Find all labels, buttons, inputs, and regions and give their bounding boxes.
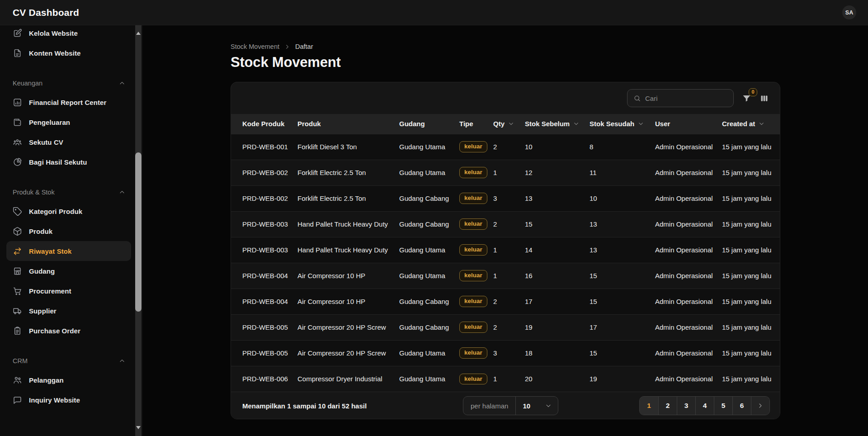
table-row[interactable]: PRD-WEB-002Forklift Electric 2.5 TonGuda… bbox=[231, 160, 780, 185]
sidebar-item-label: Kelola Website bbox=[29, 29, 78, 37]
sidebar-item-label: Riwayat Stok bbox=[29, 247, 72, 255]
chevron-up-icon bbox=[118, 357, 126, 365]
per-page-select[interactable]: per halaman 10 bbox=[463, 396, 558, 415]
sidebar-item-kelola-website[interactable]: Kelola Website bbox=[6, 25, 131, 43]
sidebar-item-label: Supplier bbox=[29, 307, 57, 315]
sidebar-item-label: Procurement bbox=[29, 287, 71, 295]
column-label: Kode Produk bbox=[242, 120, 284, 128]
page-button-4[interactable]: 4 bbox=[695, 397, 714, 415]
sidebar: Kelola WebsiteKonten WebsiteKeuanganFina… bbox=[0, 25, 143, 436]
sidebar-item-riwayat-stok[interactable]: Riwayat Stok bbox=[6, 241, 131, 261]
cell-stok-sesudah: 10 bbox=[590, 185, 655, 211]
breadcrumb-parent[interactable]: Stock Movement bbox=[231, 43, 279, 50]
cell-created-at: 15 jam yang lalu bbox=[722, 289, 780, 314]
table-row[interactable]: PRD-WEB-006Compressor Dryer IndustrialGu… bbox=[231, 366, 780, 392]
page-title: Stock Movement bbox=[231, 54, 780, 71]
cell-created-at: 15 jam yang lalu bbox=[722, 237, 780, 263]
pagination: 123456 bbox=[639, 396, 770, 415]
sidebar-item-label: Pelanggan bbox=[29, 376, 64, 384]
cell-stok-sesudah: 8 bbox=[590, 134, 655, 160]
sidebar-section-keuangan[interactable]: Keuangan bbox=[6, 74, 131, 92]
column-header-created-at[interactable]: Created at bbox=[722, 114, 780, 134]
cell-gudang: Gudang Utama bbox=[399, 366, 459, 392]
sidebar-item-pelanggan[interactable]: Pelanggan bbox=[6, 370, 131, 390]
table-body: PRD-WEB-001Forklift Diesel 3 TonGudang U… bbox=[231, 134, 780, 392]
type-badge: keluar bbox=[459, 141, 487, 152]
sidebar-item-kategori-produk[interactable]: Kategori Produk bbox=[6, 201, 131, 221]
scrollbar-up-arrow-icon[interactable] bbox=[135, 27, 142, 39]
cell-stok-sebelum: 18 bbox=[525, 340, 590, 366]
column-label: Created at bbox=[722, 120, 755, 128]
search-box[interactable] bbox=[627, 89, 734, 107]
cell-gudang: Gudang Utama bbox=[399, 160, 459, 185]
cell-kode-produk: PRD-WEB-002 bbox=[231, 160, 297, 185]
cell-kode-produk: PRD-WEB-004 bbox=[231, 263, 297, 289]
table-row[interactable]: PRD-WEB-003Hand Pallet Truck Heavy DutyG… bbox=[231, 211, 780, 237]
chevron-down-icon bbox=[545, 402, 552, 409]
per-page-label: per halaman bbox=[463, 397, 515, 415]
sidebar-item-produk[interactable]: Produk bbox=[6, 221, 131, 241]
cell-produk: Compressor Dryer Industrial bbox=[297, 366, 399, 392]
sidebar-item-label: Pengeluaran bbox=[29, 118, 70, 126]
column-header-user: User bbox=[655, 114, 722, 134]
sidebar-section-crm[interactable]: CRM bbox=[6, 352, 131, 370]
sidebar-scrollbar[interactable] bbox=[135, 25, 142, 436]
sidebar-item-sekutu-cv[interactable]: Sekutu CV bbox=[6, 132, 131, 152]
cell-gudang: Gudang Utama bbox=[399, 340, 459, 366]
breadcrumb-current: Daftar bbox=[295, 43, 313, 50]
filter-button[interactable]: 0 bbox=[742, 94, 751, 103]
table-row[interactable]: PRD-WEB-005Air Compressor 20 HP ScrewGud… bbox=[231, 314, 780, 340]
cell-created-at: 15 jam yang lalu bbox=[722, 263, 780, 289]
cell-stok-sesudah: 17 bbox=[590, 314, 655, 340]
sidebar-item-procurement[interactable]: Procurement bbox=[6, 281, 131, 301]
column-header-stok-sebelum[interactable]: Stok Sebelum bbox=[525, 114, 590, 134]
scrollbar-down-arrow-icon[interactable] bbox=[135, 422, 142, 433]
table-row[interactable]: PRD-WEB-003Hand Pallet Truck Heavy DutyG… bbox=[231, 237, 780, 263]
sidebar-item-financial-report-center[interactable]: Financial Report Center bbox=[6, 92, 131, 112]
cell-gudang: Gudang Utama bbox=[399, 263, 459, 289]
page-button-1[interactable]: 1 bbox=[640, 397, 658, 415]
cell-created-at: 15 jam yang lalu bbox=[722, 185, 780, 211]
column-label: Qty bbox=[493, 120, 505, 128]
sidebar-item-bagi-hasil-sekutu[interactable]: Bagi Hasil Sekutu bbox=[6, 152, 131, 172]
sidebar-item-gudang[interactable]: Gudang bbox=[6, 261, 131, 281]
column-header-qty[interactable]: Qty bbox=[493, 114, 525, 134]
sidebar-item-label: Purchase Order bbox=[29, 327, 80, 335]
page-button-3[interactable]: 3 bbox=[677, 397, 695, 415]
sidebar-item-supplier[interactable]: Supplier bbox=[6, 301, 131, 321]
next-page-button[interactable] bbox=[751, 397, 769, 415]
sidebar-section-produk-stok[interactable]: Produk & Stok bbox=[6, 183, 131, 201]
search-input[interactable] bbox=[645, 95, 727, 102]
scrollbar-thumb[interactable] bbox=[135, 152, 142, 312]
cell-gudang: Gudang Cabang bbox=[399, 289, 459, 314]
columns-button[interactable] bbox=[760, 94, 769, 103]
cell-tipe: keluar bbox=[459, 237, 493, 263]
table-row[interactable]: PRD-WEB-004Air Compressor 10 HPGudang Ca… bbox=[231, 289, 780, 314]
cell-stok-sesudah: 11 bbox=[590, 160, 655, 185]
page-button-6[interactable]: 6 bbox=[732, 397, 751, 415]
table-row[interactable]: PRD-WEB-004Air Compressor 10 HPGudang Ut… bbox=[231, 263, 780, 289]
cell-stok-sesudah: 13 bbox=[590, 211, 655, 237]
cell-qty: 1 bbox=[493, 366, 525, 392]
user-avatar[interactable]: SA bbox=[842, 5, 856, 19]
sidebar-item-pengeluaran[interactable]: Pengeluaran bbox=[6, 112, 131, 132]
column-header-stok-sesudah[interactable]: Stok Sesudah bbox=[590, 114, 655, 134]
cell-qty: 2 bbox=[493, 211, 525, 237]
cell-created-at: 15 jam yang lalu bbox=[722, 366, 780, 392]
page-button-5[interactable]: 5 bbox=[714, 397, 732, 415]
page-button-2[interactable]: 2 bbox=[658, 397, 677, 415]
cell-kode-produk: PRD-WEB-002 bbox=[231, 185, 297, 211]
per-page-value: 10 bbox=[523, 402, 530, 410]
table-row[interactable]: PRD-WEB-005Air Compressor 20 HP ScrewGud… bbox=[231, 340, 780, 366]
cell-tipe: keluar bbox=[459, 340, 493, 366]
sidebar-item-inquiry-website[interactable]: Inquiry Website bbox=[6, 390, 131, 410]
cell-created-at: 15 jam yang lalu bbox=[722, 134, 780, 160]
clipboard-icon bbox=[13, 326, 22, 336]
cell-produk: Forklift Diesel 3 Ton bbox=[297, 134, 399, 160]
table-row[interactable]: PRD-WEB-001Forklift Diesel 3 TonGudang U… bbox=[231, 134, 780, 160]
sidebar-item-purchase-order[interactable]: Purchase Order bbox=[6, 321, 131, 341]
cell-user: Admin Operasional bbox=[655, 237, 722, 263]
table-row[interactable]: PRD-WEB-002Forklift Electric 2.5 TonGuda… bbox=[231, 185, 780, 211]
sidebar-item-konten-website[interactable]: Konten Website bbox=[6, 43, 131, 63]
cell-qty: 3 bbox=[493, 185, 525, 211]
